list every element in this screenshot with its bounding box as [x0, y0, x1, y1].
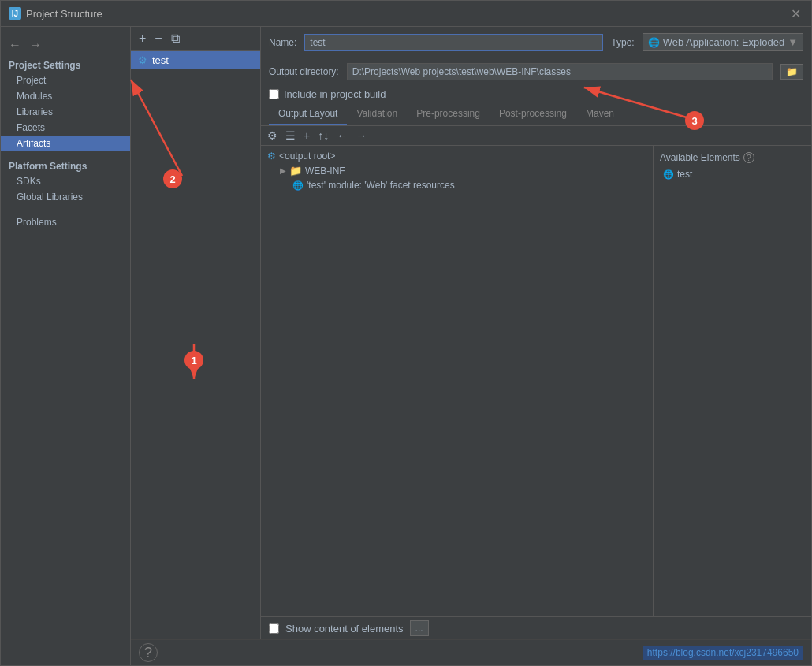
- artifact-item-test[interactable]: ⚙ test: [131, 51, 260, 69]
- web-facet-icon: 🌐: [292, 180, 304, 191]
- artifact-icon: ⚙: [137, 55, 148, 66]
- tree-item-output-root[interactable]: ⚙ <output root>: [261, 149, 653, 163]
- available-elements-label: Available Elements: [660, 152, 740, 163]
- type-value: Web Application: Exploded: [663, 36, 784, 48]
- type-dropdown[interactable]: 🌐 Web Application: Exploded ▼: [643, 33, 803, 51]
- sidebar-item-libraries[interactable]: Libraries: [1, 104, 130, 120]
- tree-item-web-facet-label: 'test' module: 'Web' facet resources: [307, 180, 455, 191]
- type-icon: 🌐: [648, 37, 660, 48]
- name-input[interactable]: [304, 34, 603, 51]
- sidebar: ← → Project Settings Project Modules Lib…: [1, 27, 131, 665]
- window-title: Project Structure: [26, 8, 102, 20]
- bottom-bar: Show content of elements ...: [261, 616, 811, 639]
- tab-maven[interactable]: Maven: [576, 103, 624, 125]
- tab-output-layout[interactable]: Output Layout: [269, 103, 347, 125]
- copy-artifact-button[interactable]: ⧉: [168, 30, 183, 47]
- available-elements-area: Available Elements ? 🌐 test: [654, 146, 811, 616]
- add-artifact-button[interactable]: +: [136, 30, 149, 47]
- sidebar-item-project[interactable]: Project: [1, 73, 130, 88]
- tabs-row: Output Layout Validation Pre-processing …: [261, 103, 811, 126]
- sidebar-item-facets[interactable]: Facets: [1, 120, 130, 136]
- artifact-list-empty: [131, 69, 260, 639]
- available-elements-help-icon: ?: [743, 152, 754, 163]
- sidebar-item-problems[interactable]: Problems: [1, 214, 130, 230]
- tab-validation[interactable]: Validation: [347, 103, 407, 125]
- tree-item-webinf[interactable]: ▶ 📁 WEB-INF: [274, 163, 653, 178]
- show-content-label[interactable]: Show content of elements: [285, 623, 404, 634]
- available-elements-header: Available Elements ?: [657, 149, 808, 166]
- name-type-row: Name: Type: 🌐 Web Application: Exploded …: [261, 27, 811, 58]
- output-dir-row: Output directory: 📁: [261, 58, 811, 85]
- available-item-test[interactable]: 🌐 test: [657, 166, 808, 182]
- include-build-label[interactable]: Include in project build: [284, 88, 386, 100]
- tree-btn-sort[interactable]: ↑↓: [315, 128, 332, 143]
- tree-toolbar: ⚙ ☰ + ↑↓ ← →: [261, 126, 811, 146]
- browse-dir-button[interactable]: 📁: [780, 64, 803, 80]
- close-button[interactable]: ✕: [788, 6, 803, 21]
- app-icon: IJ: [9, 7, 21, 20]
- output-dir-input[interactable]: [347, 63, 773, 80]
- project-settings-label: Project Settings: [1, 57, 130, 73]
- output-dir-label: Output directory:: [269, 66, 339, 77]
- tree-area: ⚙ <output root> ▶ 📁 WEB-INF 🌐: [261, 146, 654, 616]
- nav-forward-button[interactable]: →: [26, 36, 45, 54]
- tree-item-webinf-label: WEB-INF: [305, 166, 345, 177]
- tree-btn-right[interactable]: →: [352, 128, 370, 143]
- include-build-row: Include in project build: [261, 85, 811, 103]
- tree-btn-grid[interactable]: ☰: [282, 128, 299, 143]
- sidebar-item-artifacts[interactable]: Artifacts: [1, 136, 130, 151]
- name-label: Name:: [269, 37, 296, 48]
- tab-pre-processing[interactable]: Pre-processing: [407, 103, 490, 125]
- nav-back-button[interactable]: ←: [6, 36, 24, 54]
- available-item-label: test: [677, 169, 692, 180]
- type-label: Type:: [611, 37, 634, 48]
- available-item-icon: 🌐: [663, 169, 674, 180]
- right-config-panel: Name: Type: 🌐 Web Application: Exploded …: [261, 27, 811, 639]
- expand-icon: ▶: [280, 166, 286, 175]
- tree-btn-left[interactable]: ←: [333, 128, 351, 143]
- artifact-toolbar: + − ⧉: [131, 27, 260, 51]
- footer-url: https://blog.csdn.net/xcj2317496650: [643, 646, 803, 660]
- title-bar: IJ Project Structure ✕: [1, 1, 811, 27]
- footer: ? https://blog.csdn.net/xcj2317496650: [131, 639, 811, 665]
- sidebar-item-sdks[interactable]: SDKs: [1, 173, 130, 189]
- remove-artifact-button[interactable]: −: [151, 30, 165, 47]
- help-button[interactable]: ?: [139, 643, 158, 662]
- artifact-item-label: test: [152, 54, 169, 66]
- sidebar-nav: ← →: [1, 33, 130, 57]
- artifact-list-panel: + − ⧉ ⚙ test: [131, 27, 261, 639]
- tree-item-output-root-label: <output root>: [279, 151, 335, 162]
- include-build-checkbox[interactable]: [269, 89, 279, 99]
- platform-settings-label: Platform Settings: [1, 158, 130, 173]
- tree-btn-settings[interactable]: ⚙: [264, 128, 281, 143]
- output-root-icon: ⚙: [267, 151, 276, 162]
- output-layout-content: ⚙ ☰ + ↑↓ ← → ⚙ <outp: [261, 126, 811, 639]
- sidebar-item-global-libraries[interactable]: Global Libraries: [1, 189, 130, 205]
- tab-post-processing[interactable]: Post-processing: [490, 103, 576, 125]
- dropdown-arrow-icon: ▼: [788, 36, 798, 48]
- show-content-button[interactable]: ...: [410, 620, 429, 636]
- folder-icon: 📁: [289, 165, 302, 177]
- content-area: ⚙ <output root> ▶ 📁 WEB-INF 🌐: [261, 146, 811, 616]
- tree-btn-add[interactable]: +: [300, 128, 313, 143]
- tree-item-web-facet[interactable]: 🌐 'test' module: 'Web' facet resources: [286, 178, 653, 192]
- sidebar-item-modules[interactable]: Modules: [1, 88, 130, 104]
- show-content-checkbox[interactable]: [269, 623, 279, 634]
